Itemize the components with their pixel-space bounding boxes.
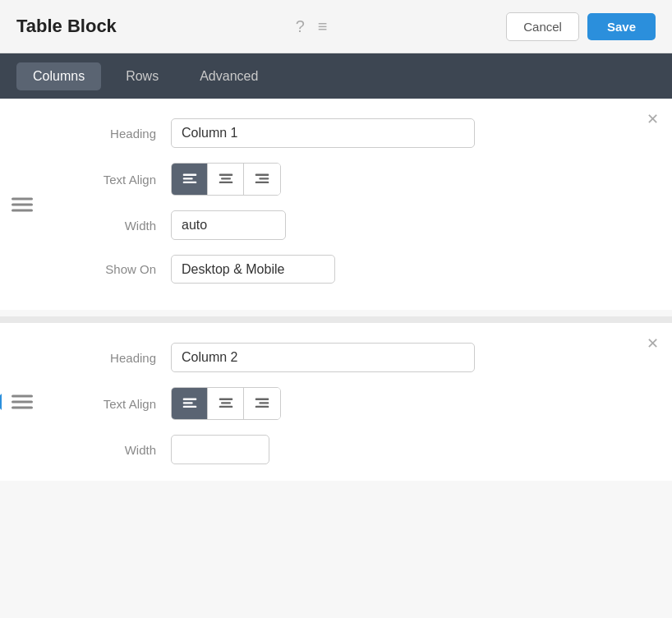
close-section-1-button[interactable]: ✕ <box>647 112 659 127</box>
section-arrow-2 <box>0 394 2 410</box>
heading-label-1: Heading <box>58 127 156 141</box>
align-center-icon-2 <box>217 394 235 413</box>
text-align-label-2: Text Align <box>58 397 156 411</box>
width-label-2: Width <box>58 443 156 457</box>
heading-row-2: Heading <box>16 343 639 372</box>
svg-rect-3 <box>219 174 232 176</box>
tab-rows[interactable]: Rows <box>109 62 175 90</box>
align-center-icon-1 <box>217 170 235 188</box>
align-center-button-1[interactable] <box>208 164 244 195</box>
svg-rect-16 <box>259 402 269 404</box>
align-center-button-2[interactable] <box>208 388 244 419</box>
align-right-button-1[interactable] <box>244 164 280 195</box>
content-area: ✕ Heading Text Align <box>0 99 672 618</box>
svg-rect-2 <box>182 182 196 183</box>
show-on-label-1: Show On <box>58 262 156 276</box>
close-section-2-button[interactable]: ✕ <box>647 336 659 351</box>
svg-rect-7 <box>259 178 269 179</box>
width-row-2: Width <box>16 435 639 464</box>
drag-handle-1[interactable] <box>12 197 33 211</box>
align-left-icon-1 <box>181 170 199 188</box>
save-button[interactable]: Save <box>587 13 656 40</box>
svg-rect-13 <box>221 402 231 404</box>
svg-rect-11 <box>182 406 196 408</box>
text-align-label-1: Text Align <box>58 173 156 187</box>
align-group-2 <box>171 387 281 420</box>
width-input-2[interactable] <box>171 435 269 464</box>
align-right-icon-1 <box>253 170 271 188</box>
svg-rect-9 <box>182 399 196 400</box>
align-right-icon-2 <box>253 394 271 413</box>
show-on-select-1[interactable]: Desktop & Mobile Desktop Only Mobile Onl… <box>171 255 335 284</box>
svg-rect-1 <box>182 178 192 179</box>
heading-input-2[interactable] <box>171 343 475 372</box>
svg-rect-12 <box>219 399 232 400</box>
drag-handle-2[interactable] <box>12 395 33 409</box>
app-container: Table Block ? ≡ Cancel Save Columns Rows… <box>0 0 672 618</box>
text-align-row-2: Text Align <box>16 387 639 420</box>
page-title: Table Block <box>16 16 117 37</box>
heading-row-1: Heading <box>16 118 639 148</box>
align-left-button-2[interactable] <box>172 388 208 419</box>
svg-rect-17 <box>255 406 269 408</box>
show-on-row-1: Show On Desktop & Mobile Desktop Only Mo… <box>16 255 639 284</box>
svg-rect-10 <box>182 402 192 404</box>
width-label-1: Width <box>58 219 156 233</box>
menu-icon[interactable]: ≡ <box>318 17 328 36</box>
column-section-2: ✕ Heading Text Align <box>0 323 672 481</box>
align-left-button-1[interactable] <box>172 164 208 195</box>
help-icon[interactable]: ? <box>296 17 305 36</box>
svg-rect-14 <box>219 406 232 408</box>
tab-bar: Columns Rows Advanced <box>0 53 672 99</box>
tab-advanced[interactable]: Advanced <box>183 62 274 90</box>
heading-label-2: Heading <box>58 351 156 365</box>
svg-rect-5 <box>219 182 232 183</box>
align-right-button-2[interactable] <box>244 388 280 419</box>
width-input-1[interactable] <box>171 210 286 240</box>
svg-rect-15 <box>255 399 269 400</box>
svg-rect-4 <box>221 178 231 179</box>
heading-input-1[interactable] <box>171 118 475 148</box>
width-row-1: Width <box>16 210 639 240</box>
header-icons: ? ≡ <box>296 17 328 36</box>
cancel-button[interactable]: Cancel <box>506 12 579 41</box>
tab-columns[interactable]: Columns <box>16 62 101 90</box>
align-left-icon-2 <box>181 394 199 413</box>
svg-rect-8 <box>255 182 269 183</box>
text-align-row-1: Text Align <box>16 163 639 196</box>
header-actions: Cancel Save <box>506 12 656 41</box>
svg-rect-0 <box>182 174 196 176</box>
column-section-1: ✕ Heading Text Align <box>0 99 672 310</box>
align-group-1 <box>171 163 281 196</box>
section-divider <box>0 316 672 323</box>
header: Table Block ? ≡ Cancel Save <box>0 0 672 53</box>
svg-rect-6 <box>255 174 269 176</box>
